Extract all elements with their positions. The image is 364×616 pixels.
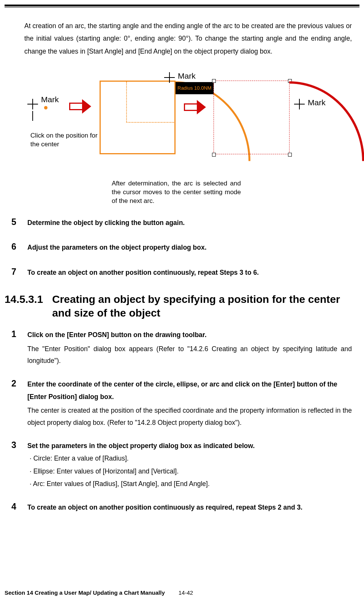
intro-paragraph: At creation of an arc, the starting angl… bbox=[5, 20, 359, 58]
mark-label-1: Mark bbox=[41, 92, 59, 107]
sub-list: · Circle: Enter a value of [Radius]. · E… bbox=[27, 452, 352, 490]
sub-item: · Circle: Enter a value of [Radius]. bbox=[27, 452, 352, 465]
step-text: Enter the coordinate of the center of th… bbox=[27, 380, 337, 401]
step-2: 2 Enter the coordinate of the center of … bbox=[5, 375, 359, 429]
step-7: 7 To create an object on another positio… bbox=[5, 264, 359, 280]
step-3: 3 Set the parameters in the object prope… bbox=[5, 437, 359, 490]
step-text: Determine the object by clicking the but… bbox=[27, 219, 185, 226]
page-footer: Section 14 Creating a User Map/ Updating… bbox=[5, 587, 359, 599]
step-text: To create an object on another position … bbox=[27, 504, 302, 511]
center-dot-icon bbox=[44, 106, 47, 109]
step-body-text: The center is created at the position of… bbox=[27, 405, 352, 429]
sub-item: · Ellipse: Enter values of [Horizontal] … bbox=[27, 465, 352, 478]
step-5: 5 Determine the object by clicking the b… bbox=[5, 214, 359, 231]
mark-label-2: Mark bbox=[178, 68, 196, 84]
resize-handle bbox=[212, 79, 216, 83]
resize-handle bbox=[212, 153, 216, 157]
step-1: 1 Click on the [Enter POSN] button on th… bbox=[5, 326, 359, 367]
selection-box-red bbox=[214, 81, 290, 154]
arrow-right-icon bbox=[184, 100, 209, 114]
arrow-right-icon bbox=[69, 100, 94, 113]
step-number: 1 bbox=[11, 326, 20, 343]
step-number: 7 bbox=[11, 264, 20, 280]
dotted-guide bbox=[126, 82, 176, 123]
step-6: 6 Adjust the parameters on the object pr… bbox=[5, 239, 359, 255]
radius-badge-text: Radius 10.0NM bbox=[177, 85, 212, 91]
step-text: Click on the [Enter POSN] button on the … bbox=[27, 331, 207, 339]
vertical-segment bbox=[32, 111, 33, 121]
step-body-text: The "Enter Position" dialog box appears … bbox=[27, 343, 352, 367]
step-text: To create an object on another position … bbox=[27, 269, 259, 276]
step-number: 3 bbox=[11, 437, 20, 454]
figure: Mark Mark Radius 10.0NM Mark Click on th… bbox=[27, 65, 328, 179]
step-4: 4 To create an object on another positio… bbox=[5, 499, 359, 515]
mark-cross-icon bbox=[164, 72, 175, 83]
footer-section: Section 14 Creating a User Map/ Updating… bbox=[5, 587, 165, 599]
heading-title: Creating an object by specifying a posit… bbox=[52, 293, 359, 320]
radius-badge: Radius 10.0NM bbox=[176, 82, 214, 95]
step-number: 2 bbox=[11, 375, 20, 392]
steps-group-a: 5 Determine the object by clicking the b… bbox=[5, 214, 359, 280]
step-text: Set the parameters in the object propert… bbox=[27, 442, 255, 450]
section-heading: 14.5.3.1 Creating an object by specifyin… bbox=[5, 293, 359, 320]
step-number: 5 bbox=[11, 214, 20, 231]
mark-label-3: Mark bbox=[308, 95, 326, 110]
mark-cross-icon bbox=[27, 99, 38, 109]
mark-cross-icon bbox=[294, 99, 305, 109]
step-number: 4 bbox=[11, 499, 20, 515]
figure-caption-bottom: After determination, the arc is selected… bbox=[112, 179, 241, 206]
top-rule bbox=[5, 5, 359, 8]
sub-item: · Arc: Enter values of [Radius], [Start … bbox=[27, 478, 352, 490]
heading-number: 14.5.3.1 bbox=[5, 293, 43, 320]
figure-caption-left: Click on the position for the center bbox=[30, 131, 103, 149]
footer-page: 14-42 bbox=[179, 587, 193, 599]
step-text: Adjust the parameters on the object prop… bbox=[27, 244, 207, 251]
steps-group-b: 1 Click on the [Enter POSN] button on th… bbox=[5, 326, 359, 515]
step-number: 6 bbox=[11, 239, 20, 255]
